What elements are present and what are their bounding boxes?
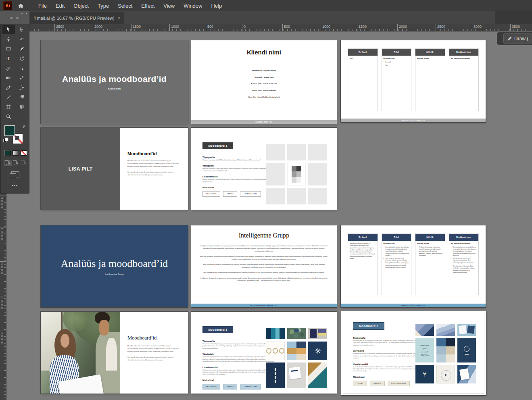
shaper-tool[interactable]: [15, 63, 28, 73]
moodboard-tile: [266, 144, 285, 160]
body-paragraph: Moodboard’id ehk eesti keeles inspiratsi…: [127, 345, 179, 353]
ruler-label: 1500: [131, 24, 141, 31]
column-intro: Mis teeb meid unikaalseks:: [451, 243, 477, 245]
column-bullet: Eesmärk: [384, 61, 410, 64]
moodboard-tile-emblems: [266, 342, 285, 360]
tab-close-icon[interactable]: ×: [118, 16, 120, 21]
home-icon[interactable]: [18, 3, 24, 9]
ruler-label: 3000: [472, 24, 482, 31]
body-paragraph: Meie kliendid on juhid ja spetsialistid,…: [200, 271, 328, 274]
artboard-moodboard1[interactable]: Moodboard 1 Tüpograafia Visuaalses keele…: [191, 312, 337, 394]
column-intro: Mida me müüme: [417, 243, 443, 245]
photo-people-meeting: [41, 312, 120, 394]
artboard-moodboard-intro[interactable]: LISA PILT Moodboard’id Moodboard’id ehk …: [41, 128, 188, 210]
puppet-warp-tool[interactable]: [15, 83, 28, 92]
default-fill-stroke-icon[interactable]: [3, 138, 9, 142]
panel-dock-strip: [495, 11, 532, 24]
curvature-tool[interactable]: [15, 34, 28, 44]
artboard-cover-gray[interactable]: Analüüs ja moodboard’id Kliendi nimi: [41, 40, 188, 124]
artboard-pillars-blue[interactable]: Bränd Intelligentne Grupp on koolitus- j…: [341, 225, 486, 307]
artboard-moodboard-intro-photo[interactable]: Moodboard’id Moodboard’id ehk eesti keel…: [41, 312, 188, 394]
slide-footer: BRÄNDI PÕHITALAD / 02: [341, 304, 486, 307]
menu-select[interactable]: Select: [113, 3, 137, 9]
zoom-tool[interactable]: [2, 112, 15, 121]
image-placeholder: LISA PILT: [41, 128, 120, 210]
change-screen-mode-button[interactable]: [11, 171, 19, 177]
paintbrush-tool[interactable]: [15, 44, 28, 54]
canvas[interactable]: Analüüs ja moodboard’id Kliendi nimi Kli…: [0, 31, 532, 400]
pillar-column: Unikaalsus Mis teeb meid unikaalseks: [449, 48, 479, 111]
slide-footer: INTELLIGENTNE GRUPP / 01: [191, 304, 337, 307]
artboard-moodboard2-selected[interactable]: Moodboard 2 Tüpograafia Visuaalne keel o…: [341, 311, 486, 395]
panel-close-icon[interactable]: ×: [25, 12, 27, 15]
draw-behind-button[interactable]: [12, 160, 20, 166]
menu-edit[interactable]: Edit: [51, 3, 69, 9]
column-bullet: Eesmärk: Aidata juhtidel, spetsialistide…: [384, 246, 410, 257]
gradient-tool[interactable]: [2, 73, 15, 83]
menu-help[interactable]: Help: [207, 3, 226, 9]
menu-effect[interactable]: Effect: [137, 3, 159, 9]
eraser-tool[interactable]: [2, 63, 15, 73]
direct-selection-tool[interactable]: [15, 25, 28, 34]
ruler-label: 2500: [436, 24, 445, 31]
width-tool[interactable]: [15, 73, 28, 83]
rectangle-tool[interactable]: [2, 44, 15, 54]
none-button[interactable]: [21, 150, 27, 156]
ruler-label: 1000: [1, 331, 4, 344]
panel-grip[interactable]: [8, 17, 22, 19]
moodboard-tile-emblem: [457, 338, 476, 363]
edit-toolbar-icon[interactable]: •••: [1, 183, 29, 188]
outline-line: Viies lõik – brändi kokkuvõte ja tulevik: [248, 96, 280, 98]
moodboard-tile: [308, 163, 327, 185]
menu-file[interactable]: File: [34, 3, 51, 9]
outline-line: Neljas lõik – brändi sihtrühm: [252, 90, 276, 92]
moodboard-tile-quote-card: Make your space so much TOPIC ja: [415, 338, 434, 363]
draw-normal-button[interactable]: [4, 160, 12, 166]
menu-view[interactable]: View: [159, 3, 179, 9]
draw-button[interactable]: Draw (: [503, 33, 532, 44]
eyedropper-tool[interactable]: [2, 83, 15, 92]
fill-swatch[interactable]: [4, 125, 15, 136]
panel-collapse-icon[interactable]: «: [21, 12, 23, 15]
swap-fill-stroke-icon[interactable]: ⇄: [21, 124, 26, 129]
artboard-moodboard1-template[interactable]: Moodboard 1 Tüpograafia Visuaalne kasutu…: [191, 128, 337, 210]
draw-inside-button[interactable]: [20, 160, 28, 166]
color-button[interactable]: [4, 150, 11, 156]
moodboard-tile: [287, 144, 306, 160]
menu-window[interactable]: Window: [179, 3, 207, 9]
outline-line: Kolmas lõik – brändi väärtused: [251, 83, 277, 85]
fill-stroke-swatches: ⇄: [1, 124, 29, 148]
menu-object[interactable]: Object: [69, 3, 93, 9]
illustrator-logo-icon[interactable]: Ai: [3, 1, 12, 10]
perspective-grid-tool[interactable]: [15, 102, 28, 112]
gradient-button[interactable]: [13, 150, 19, 156]
artboard-tool[interactable]: [2, 102, 15, 112]
rotate-tool[interactable]: [15, 54, 28, 63]
type-tool[interactable]: T: [2, 54, 15, 63]
artboard-company-intro[interactable]: Intelligentne Grupp Intelligentne Grupp …: [191, 225, 337, 307]
ruler-label: 3500: [510, 24, 520, 31]
slide-heading: Moodboard’id: [127, 151, 179, 156]
pillar-column: Müük Mida me müüme Praktilised koolituse…: [415, 233, 445, 295]
body-paragraph: Meie lugu sai alguse mentorluse teemalis…: [200, 255, 328, 260]
moodboard-tile-leaf-logo: [415, 365, 434, 383]
draw-floating-panel: Draw (: [497, 32, 532, 45]
shape-builder-tool[interactable]: [15, 92, 28, 102]
collapsed-panel-header[interactable]: « ×: [0, 11, 30, 24]
moodboard-tile-paper: [415, 324, 434, 336]
artboard-client-name[interactable]: Kliendi nimi Esimene lõik – kirjelda brä…: [191, 40, 337, 124]
slide-heading: Moodboard’id: [127, 335, 179, 341]
artboard-pillars-gray[interactable]: Bränd Kes? Siht Eesmärk ja siht Eesmärk …: [341, 40, 486, 122]
ruler-label: 1500: [357, 24, 367, 31]
menu-type[interactable]: Type: [93, 3, 113, 9]
pen-tool[interactable]: [2, 34, 15, 44]
column-bullet: Siht: [384, 65, 410, 67]
selection-tool[interactable]: [2, 25, 15, 34]
moodboard-tile-vertical-script: [266, 362, 285, 388]
blend-tool[interactable]: [2, 92, 15, 102]
body-paragraph: See annab teile selge ülevaate disaini s…: [127, 356, 179, 362]
document-tab[interactable]: 'i mall.ai @ 16.67 % (RGB/CPU Preview) ×: [30, 12, 124, 24]
keyword-tag: KAASAEGNE: [202, 191, 220, 197]
artboard-cover-blue[interactable]: Analüüs ja moodboard’id Intelligentne Gr…: [41, 225, 188, 307]
moodboard-tile-frames: [457, 324, 476, 336]
